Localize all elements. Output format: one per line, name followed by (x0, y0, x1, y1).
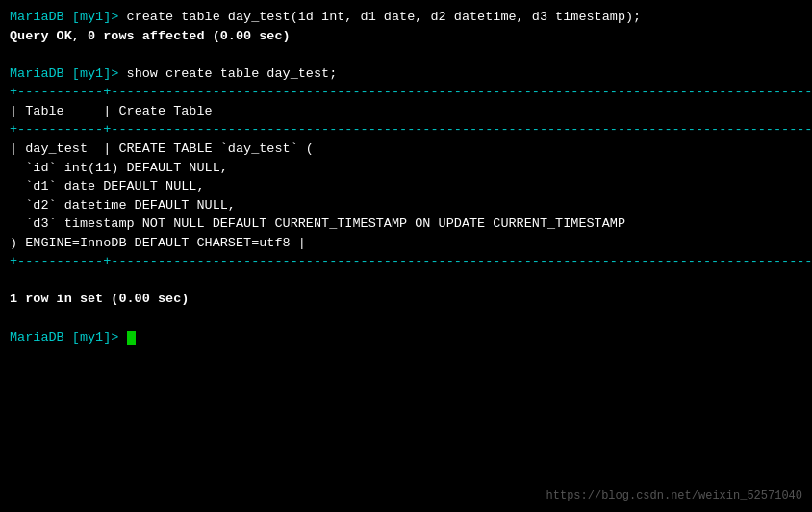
terminal-window: MariaDB [my1]> create table day_test(id … (0, 0, 812, 512)
url-watermark: https://blog.csdn.net/weixin_52571040 (546, 489, 802, 502)
prompt-1: MariaDB [my1]> (10, 10, 127, 24)
line-dash-2: +-----------+---------------------------… (10, 120, 802, 140)
prompt-2: MariaDB [my1]> (10, 66, 127, 81)
line-d2-col: `d2` datetime DEFAULT NULL, (10, 196, 802, 216)
line-query-ok: Query OK, 0 rows affected (0.00 sec) (10, 27, 802, 46)
line-dash-3: +-----------+---------------------------… (10, 252, 802, 271)
prompt-3: MariaDB [my1]> (10, 330, 127, 345)
line-engine: ) ENGINE=InnoDB DEFAULT CHARSET=utf8 | (10, 234, 802, 253)
line-dash-1: +-----------+---------------------------… (10, 83, 802, 102)
line-create-command: MariaDB [my1]> create table day_test(id … (10, 8, 802, 27)
cmd-text-1: create table day_test(id int, d1 date, d… (127, 10, 642, 24)
line-show-command: MariaDB [my1]> show create table day_tes… (10, 64, 802, 84)
line-day-test: | day_test | CREATE TABLE `day_test` ( (10, 140, 802, 159)
cmd-text-2: show create table day_test; (127, 66, 338, 81)
line-d3-col: `d3` timestamp NOT NULL DEFAULT CURRENT_… (10, 215, 802, 234)
terminal-cursor (127, 331, 136, 345)
line-prompt-final[interactable]: MariaDB [my1]> (10, 328, 802, 347)
blank-2 (10, 271, 802, 291)
blank-3 (10, 309, 802, 328)
line-id-col: `id` int(11) DEFAULT NULL, (10, 159, 802, 178)
line-header: | Table | Create Table | (10, 102, 802, 121)
line-d1-col: `d1` date DEFAULT NULL, (10, 177, 802, 196)
col-table: Table (25, 104, 64, 118)
col-create: Create Table (118, 104, 212, 118)
blank-1 (10, 45, 802, 64)
line-row-count: 1 row in set (0.00 sec) (10, 290, 802, 309)
